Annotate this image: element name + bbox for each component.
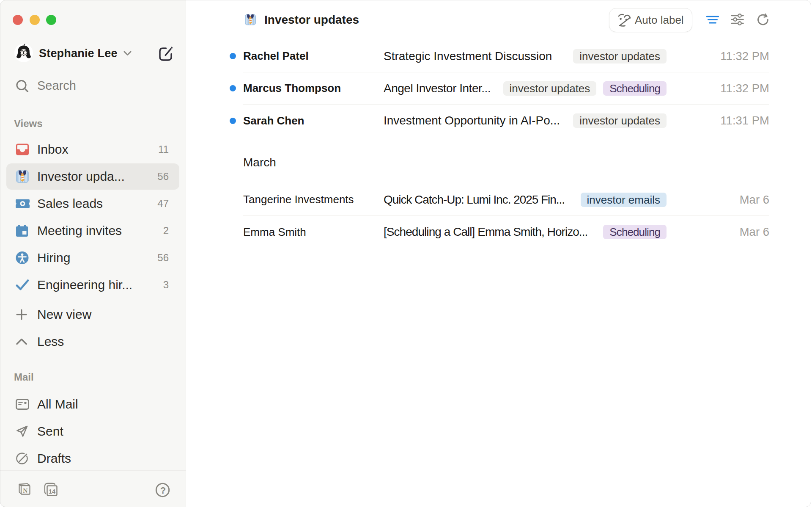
svg-text:?: ? xyxy=(160,485,166,496)
svg-text:N: N xyxy=(23,487,27,494)
svg-text:14: 14 xyxy=(49,488,55,495)
